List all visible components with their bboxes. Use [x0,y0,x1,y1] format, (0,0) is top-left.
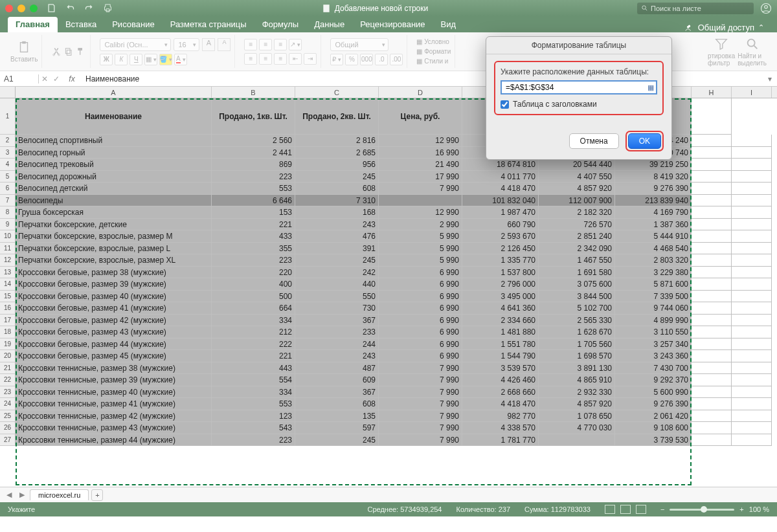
cell[interactable]: 3 739 530 [615,434,692,447]
cell[interactable]: 2 126 450 [462,243,539,255]
expand-formula-icon[interactable]: ▾ [763,74,777,83]
cell[interactable] [732,230,772,243]
cell[interactable] [732,171,772,183]
maximize-window[interactable] [30,5,38,12]
undo-icon[interactable] [65,3,75,13]
cell[interactable] [692,171,732,183]
cell[interactable] [732,434,772,447]
user-icon[interactable] [760,3,772,14]
cell[interactable]: 101 832 040 [462,195,539,207]
cond-format-button[interactable]: ▦ Условно [416,38,449,45]
row-header[interactable]: 1 [0,98,16,135]
cell[interactable]: 1 481 880 [462,326,539,338]
cell[interactable]: 112 007 900 [539,195,615,207]
cell[interactable]: 223 [212,434,295,447]
cell[interactable] [732,315,772,327]
select-all-corner[interactable] [0,87,16,98]
cell[interactable] [732,195,772,207]
row-header[interactable]: 14 [0,278,16,291]
sort-filter-button[interactable]: ртировка фильтр [708,37,735,67]
cell[interactable]: 7 990 [379,422,462,434]
cell[interactable]: Велосипед горный [16,147,212,159]
cell[interactable]: Велосипед трековый [16,159,212,171]
tab-review[interactable]: Рецензирование [352,17,433,32]
print-icon[interactable] [103,3,113,13]
cell[interactable]: 869 [212,159,295,171]
indent-dec-icon[interactable]: ⇤ [289,53,302,65]
row-header[interactable]: 11 [0,243,16,255]
cell[interactable] [692,434,732,447]
cell[interactable]: Перчатки боксерские, взрослые, размер L [16,243,212,255]
row-header[interactable]: 10 [0,230,16,243]
accept-formula-icon[interactable]: ✓ [51,74,62,83]
cell[interactable] [732,386,772,399]
cell[interactable]: 245 [295,434,379,447]
cell[interactable]: 367 [295,315,379,327]
cell[interactable]: 9 108 600 [615,422,692,434]
cell[interactable]: 2 560 [212,135,295,147]
cell[interactable]: Кроссовки теннисные, размер 39 (мужские) [16,374,212,386]
row-header[interactable]: 18 [0,326,16,338]
cell[interactable] [732,326,772,338]
cell[interactable]: 1 705 560 [539,338,615,351]
format-painter-icon[interactable] [76,47,86,57]
row-header[interactable]: 3 [0,147,16,159]
number-format-select[interactable]: Общий [330,38,388,51]
align-top-icon[interactable]: ≡ [244,39,257,50]
cell[interactable] [692,350,732,362]
cell[interactable]: 7 990 [379,386,462,399]
cell[interactable]: 9 276 390 [615,398,692,410]
cell[interactable]: 223 [212,171,295,183]
cell[interactable]: 9 292 370 [615,374,692,386]
cell[interactable]: Кроссовки беговые, размер 44 (мужские) [16,338,212,351]
row-header[interactable]: 19 [0,338,16,351]
cell[interactable]: Кроссовки теннисные, размер 38 (мужские) [16,362,212,375]
cell[interactable] [732,374,772,386]
cell[interactable]: 3 229 380 [615,267,692,279]
cell[interactable] [732,219,772,231]
cell[interactable]: Кроссовки теннисные, размер 44 (мужские) [16,434,212,447]
cell[interactable] [692,243,732,255]
cell[interactable] [692,206,732,219]
cell[interactable]: 4 468 540 [615,243,692,255]
cell[interactable]: 20 544 440 [539,159,615,171]
cell[interactable] [732,243,772,255]
cell[interactable] [732,254,772,267]
cell[interactable]: 39 219 250 [615,159,692,171]
cell[interactable] [732,338,772,351]
cell[interactable]: 123 [212,410,295,423]
cell[interactable]: 440 [295,278,379,291]
cell[interactable]: 168 [295,206,379,219]
cell[interactable]: 2 565 330 [539,315,615,327]
cell[interactable]: 6 990 [379,338,462,351]
tab-formulas[interactable]: Формулы [254,17,307,32]
cell[interactable]: 553 [212,398,295,410]
cell[interactable] [692,219,732,231]
cell[interactable]: 730 [295,302,379,315]
percent-icon[interactable]: % [345,54,358,65]
row-header[interactable]: 26 [0,422,16,434]
cell[interactable]: 7 339 500 [615,291,692,303]
cell[interactable]: 12 990 [379,206,462,219]
row-header[interactable]: 17 [0,315,16,327]
cell[interactable]: 2 816 [295,135,379,147]
cell[interactable]: Кроссовки беговые, размер 45 (мужские) [16,350,212,362]
cell[interactable]: 7 990 [379,410,462,423]
row-header[interactable]: 20 [0,350,16,362]
cell[interactable]: 3 495 000 [462,291,539,303]
cell[interactable] [692,326,732,338]
cell[interactable]: 6 990 [379,302,462,315]
close-window[interactable] [5,5,13,12]
cell[interactable]: 245 [295,171,379,183]
cell[interactable]: 7 990 [379,434,462,447]
cell[interactable]: 2 668 660 [462,386,539,399]
cell[interactable] [692,159,732,171]
cell[interactable]: 6 990 [379,326,462,338]
cell[interactable]: 5 990 [379,243,462,255]
cell[interactable] [732,398,772,410]
cell[interactable]: 2 932 330 [539,386,615,399]
cell[interactable]: 2 685 [295,147,379,159]
cell[interactable]: 9 276 390 [615,183,692,195]
tab-home[interactable]: Главная [8,17,58,32]
cell[interactable] [692,338,732,351]
